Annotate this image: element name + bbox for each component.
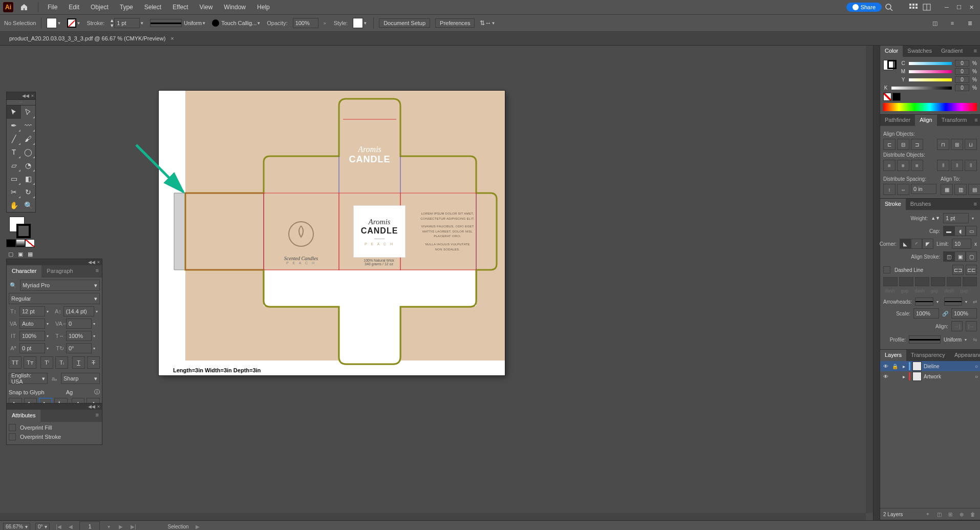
lock-icon[interactable]: 🔒 [891, 364, 899, 369]
tab-paragraph[interactable]: Paragraph [41, 265, 78, 278]
superscript-button[interactable]: Tⁱ [40, 356, 53, 369]
tab-swatches[interactable]: Swatches [903, 46, 936, 57]
eraser-tool[interactable]: ▱ [7, 159, 21, 172]
dist-space-v[interactable]: ↕ [883, 184, 896, 195]
stroke-indicator[interactable] [887, 60, 897, 69]
document-tab[interactable]: product_A20.20.03.03_3_3_3.pdf @ 66.67 %… [4, 32, 179, 45]
screen-mode-present[interactable]: ▦ [26, 249, 35, 259]
cap-square[interactable]: ▭ [966, 226, 977, 236]
menu-select[interactable]: Select [139, 2, 166, 13]
align-stroke-outside[interactable]: ▢ [966, 251, 977, 262]
stroke-indicator[interactable] [16, 224, 31, 238]
close-icon[interactable]: × [31, 93, 34, 98]
first-artboard[interactable]: |◀ [55, 524, 62, 529]
collapse-icon[interactable]: ◀◀ [88, 260, 95, 265]
share-button[interactable]: Share [846, 3, 882, 12]
collapse-icon[interactable]: ◀◀ [88, 404, 95, 409]
curvature-tool[interactable]: 〰 [21, 119, 35, 132]
line-tool[interactable]: ╱ [7, 132, 21, 145]
font-size-input[interactable] [19, 306, 45, 316]
dist-right[interactable]: ⦀ [965, 160, 977, 171]
zoom-select[interactable]: 66.67%▾ [3, 523, 30, 531]
align-bottom[interactable]: ⊔ [965, 139, 977, 150]
black-input[interactable]: 0 [955, 84, 969, 91]
tab-layers[interactable]: Layers [880, 350, 906, 361]
locate-object-icon[interactable]: ⌖ [924, 511, 932, 517]
search-icon[interactable] [883, 1, 895, 13]
layer-row[interactable]: 👁 🔒 ▸ Dieline ○ [880, 361, 980, 371]
cap-butt[interactable]: ▬ [943, 226, 954, 236]
black-swatch[interactable] [892, 93, 901, 101]
dist-space-h[interactable]: ↔ [897, 184, 909, 195]
tracking-input[interactable] [66, 319, 92, 329]
color-mode-gradient[interactable] [16, 239, 26, 247]
tab-align[interactable]: Align [915, 115, 936, 126]
dash-preserve[interactable]: ⊏⊏ [966, 265, 977, 275]
tab-character[interactable]: Character [7, 265, 41, 278]
layer-row[interactable]: 👁 ▸ Artwork ○ [880, 371, 980, 381]
gap-3[interactable] [963, 277, 977, 286]
yellow-input[interactable]: 0 [955, 76, 969, 83]
target-icon[interactable]: ○ [975, 374, 978, 379]
document-setup-button[interactable]: Document Setup [379, 18, 430, 28]
workspace-icon[interactable] [907, 1, 920, 13]
magenta-input[interactable]: 0 [955, 68, 969, 75]
align-stroke-center[interactable]: ◫ [943, 251, 954, 262]
cyan-input[interactable]: 0 [955, 60, 969, 67]
panel-menu-icon[interactable]: ≡ [971, 46, 980, 57]
dist-vcenter[interactable]: ≡ [897, 160, 909, 171]
menu-view[interactable]: View [195, 2, 218, 13]
arrow-start[interactable] [915, 298, 933, 306]
rectangle-tool[interactable]: ▭ [7, 172, 21, 185]
subscript-button[interactable]: Tᵢ [55, 356, 68, 369]
info-icon[interactable]: ⓘ [94, 388, 100, 396]
snap-glyph-icon[interactable]: Ag [66, 389, 73, 395]
close-tab-icon[interactable]: × [171, 35, 174, 41]
expand-icon[interactable]: ▸ [901, 374, 907, 379]
align-to-artboard[interactable]: ▦ [941, 184, 953, 195]
collapsed-panel-sliver[interactable] [873, 46, 880, 520]
scrollbar-vertical[interactable] [866, 46, 873, 513]
spectrum-picker[interactable] [883, 103, 977, 111]
new-sublayer-icon[interactable]: ⊞ [946, 512, 954, 517]
layer-name[interactable]: Dieline [924, 364, 973, 369]
artboard[interactable]: Length=3in Width=3in Depth=3in [159, 91, 505, 375]
tab-gradient[interactable]: Gradient [936, 46, 967, 57]
tab-color[interactable]: Color [880, 46, 903, 57]
zoom-tool[interactable]: 🔍 [21, 199, 35, 212]
baseline-input[interactable] [19, 343, 45, 353]
prev-artboard[interactable]: ◀ [67, 524, 74, 529]
ellipse-tool[interactable]: ◯ [21, 145, 35, 159]
align-hcenter[interactable]: ⊟ [897, 139, 909, 150]
align-panel-icon[interactable]: ≡ [946, 17, 958, 29]
kerning-input[interactable] [19, 319, 45, 329]
hscale-input[interactable] [66, 331, 92, 341]
window-maximize[interactable]: ☐ [953, 3, 965, 12]
profile-select[interactable] [909, 335, 941, 344]
none-swatch[interactable] [883, 93, 891, 101]
menu-help[interactable]: Help [252, 2, 275, 13]
corner-bevel[interactable]: ◤ [922, 239, 933, 249]
align-stroke-inside[interactable]: ▣ [954, 251, 966, 262]
style-swatch[interactable]: ▼ [353, 18, 368, 28]
strike-button[interactable]: T [87, 356, 100, 369]
color-mode-none[interactable] [25, 239, 35, 247]
align-left[interactable]: ⊏ [883, 139, 896, 150]
align-to-key[interactable]: ▤ [968, 184, 980, 195]
smallcaps-button[interactable]: Tᴛ [24, 356, 36, 369]
stroke-swatch[interactable]: ▼ [67, 18, 81, 28]
align-right[interactable]: ⊐ [911, 139, 923, 150]
close-icon[interactable]: × [97, 404, 100, 409]
fill-stroke-control[interactable] [6, 215, 35, 239]
menu-edit[interactable]: Edit [63, 2, 84, 13]
cap-round[interactable]: ◖ [954, 226, 966, 236]
spacing-input[interactable] [911, 184, 936, 194]
corner-round[interactable]: ◜ [911, 239, 922, 249]
delete-layer-icon[interactable]: 🗑 [969, 512, 977, 517]
tab-pathfinder[interactable]: Pathfinder [880, 115, 915, 126]
vsp-dropdown[interactable]: Uniform▼ [150, 19, 207, 27]
dist-top[interactable]: ≡ [883, 160, 896, 171]
rotate-select[interactable]: 0°▾ [35, 523, 50, 531]
new-layer-icon[interactable]: ⊕ [957, 512, 966, 517]
close-icon[interactable]: × [97, 260, 100, 265]
